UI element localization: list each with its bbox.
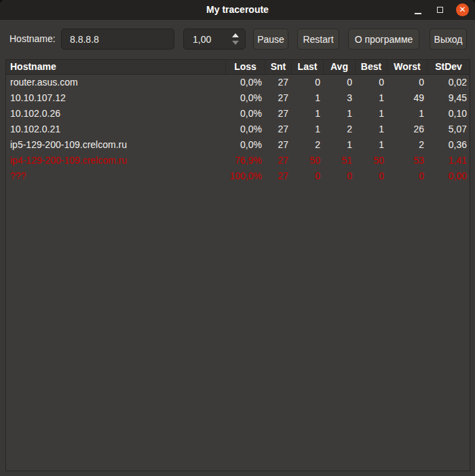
table-row[interactable]: ??? 100,0% 27 0 0 0 0 0,00 [6,168,470,184]
cell-best: 0 [355,168,387,184]
cell-worst: 53 [387,153,427,168]
cell-stdev: 1,41 [427,153,470,168]
close-button[interactable]: ✕ [456,3,469,16]
close-icon: ✕ [459,3,466,16]
column-header-best[interactable]: Best [355,60,387,74]
cell-loss: 0,0% [225,90,265,106]
cell-hostname: 10.102.0.26 [6,106,225,122]
cell-hostname: ip4-129-200-109.crelcom.ru [6,153,225,168]
cell-loss: 76,9% [225,153,265,168]
exit-button[interactable]: Выход [430,29,467,50]
maximize-button[interactable] [434,3,446,16]
titlebar[interactable]: My traceroute ✕ [0,0,475,20]
cell-hostname: router.asus.com [6,75,225,90]
cell-last: 50 [291,153,323,168]
traceroute-table: Hostname Loss Snt Last Avg Best Worst St… [5,59,470,471]
cell-stdev: 0,00 [427,168,470,184]
cell-snt: 27 [265,122,291,137]
about-button[interactable]: О программе [348,29,419,50]
cell-stdev: 9,45 [427,90,470,106]
cell-loss: 0,0% [225,106,265,122]
cell-stdev: 5,07 [427,122,470,137]
cell-avg: 1 [323,106,355,122]
cell-worst: 26 [387,122,427,137]
cell-avg: 51 [323,153,355,168]
column-header-snt[interactable]: Snt [265,60,291,74]
cell-avg: 0 [323,168,355,184]
window-title: My traceroute [0,0,475,20]
cell-last: 0 [291,75,323,90]
app-window: My traceroute ✕ Hostname: Pause Restart … [0,0,475,476]
spin-down-icon[interactable] [232,41,239,45]
interval-spinbox[interactable] [183,29,246,50]
window-controls: ✕ [411,0,469,20]
cell-loss: 0,0% [225,137,265,153]
table-row[interactable]: 10.102.0.21 0,0% 27 1 2 1 26 5,07 [6,122,470,137]
cell-best: 1 [355,137,387,153]
cell-hostname: 10.10.107.12 [6,90,225,106]
cell-snt: 27 [265,137,291,153]
table-body: router.asus.com 0,0% 27 0 0 0 0 0,02 10.… [6,75,470,471]
cell-worst: 0 [387,75,427,90]
cell-best: 50 [355,153,387,168]
column-header-avg[interactable]: Avg [323,60,355,74]
column-header-worst[interactable]: Worst [387,60,427,74]
cell-loss: 0,0% [225,75,265,90]
minimize-button[interactable] [411,3,424,16]
cell-loss: 0,0% [225,122,265,137]
toolbar: Hostname: Pause Restart О программе Выхо… [0,20,475,59]
table-row[interactable]: router.asus.com 0,0% 27 0 0 0 0 0,02 [6,75,470,90]
hostname-input[interactable] [61,29,174,50]
table-header: Hostname Loss Snt Last Avg Best Worst St… [6,60,470,75]
cell-snt: 27 [265,106,291,122]
pause-button[interactable]: Pause [253,29,288,50]
cell-avg: 2 [323,122,355,137]
cell-best: 1 [355,106,387,122]
cell-hostname: ip5-129-200-109.crelcom.ru [6,137,225,153]
cell-last: 1 [291,90,323,106]
cell-hostname: ??? [6,168,225,184]
cell-hostname: 10.102.0.21 [6,122,225,137]
cell-last: 2 [291,137,323,153]
spin-up-icon[interactable] [232,33,239,37]
cell-snt: 27 [265,90,291,106]
cell-last: 0 [291,168,323,184]
cell-stdev: 0,36 [427,137,470,153]
cell-best: 1 [355,90,387,106]
cell-stdev: 0,10 [427,106,470,122]
cell-snt: 27 [265,75,291,90]
cell-snt: 27 [265,153,291,168]
minimize-icon [415,13,421,14]
table-row[interactable]: ip5-129-200-109.crelcom.ru 0,0% 27 2 1 1… [6,137,470,153]
restart-button[interactable]: Restart [297,29,339,50]
cell-best: 0 [355,75,387,90]
cell-last: 1 [291,122,323,137]
table-row[interactable]: 10.10.107.12 0,0% 27 1 3 1 49 9,45 [6,90,470,106]
interval-input[interactable] [184,33,222,45]
spin-arrows [230,29,241,49]
column-header-hostname[interactable]: Hostname [6,60,225,74]
cell-avg: 1 [323,137,355,153]
cell-avg: 3 [323,90,355,106]
cell-last: 1 [291,106,323,122]
cell-stdev: 0,02 [427,75,470,90]
cell-snt: 27 [265,168,291,184]
cell-loss: 100,0% [225,168,265,184]
column-header-stdev[interactable]: StDev [427,60,470,74]
cell-best: 1 [355,122,387,137]
hostname-label: Hostname: [10,29,56,50]
cell-avg: 0 [323,75,355,90]
cell-worst: 49 [387,90,427,106]
cell-worst: 2 [387,137,427,153]
table-row[interactable]: 10.102.0.26 0,0% 27 1 1 1 1 0,10 [6,106,470,122]
column-header-last[interactable]: Last [291,60,323,74]
cell-worst: 1 [387,106,427,122]
maximize-icon [437,7,443,13]
table-row[interactable]: ip4-129-200-109.crelcom.ru 76,9% 27 50 5… [6,153,470,168]
cell-worst: 0 [387,168,427,184]
column-header-loss[interactable]: Loss [225,60,265,74]
